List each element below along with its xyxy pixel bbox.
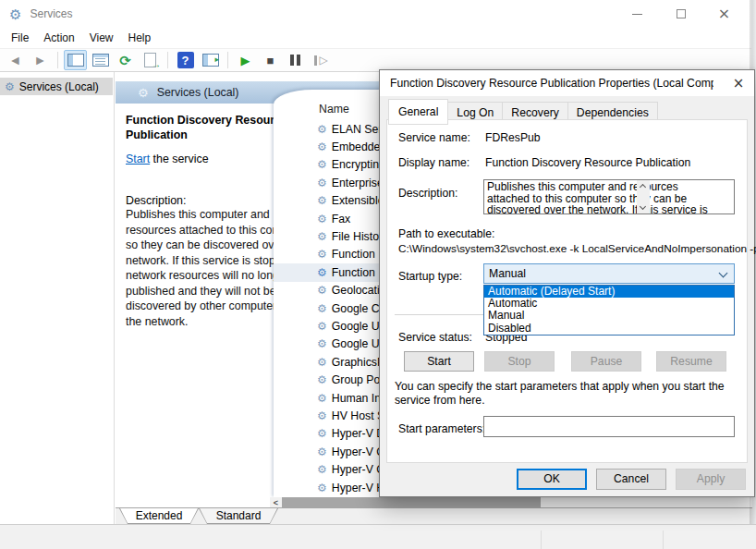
maximize-button[interactable] <box>659 0 702 28</box>
service-name: Group Po <box>332 373 381 386</box>
display-name-label: Display name: <box>398 156 469 169</box>
service-name: Hyper-V H <box>332 482 384 494</box>
tree-item-services-local[interactable]: ⚙ Services (Local) <box>0 78 113 95</box>
cancel-button[interactable]: Cancel <box>596 469 666 490</box>
start-button[interactable]: Start <box>404 351 474 372</box>
service-gear-icon: ⚙ <box>317 338 327 349</box>
start-parameters-label: Start parameters: <box>398 422 485 435</box>
restart-service-icon[interactable]: ▷ <box>309 50 332 70</box>
window-title: Services <box>30 7 72 20</box>
start-service-icon[interactable]: ▶ <box>234 50 257 70</box>
console-tree-panel: ⚙ Services (Local) <box>0 72 115 524</box>
view-tab-strip: ExtendedStandard <box>116 507 752 524</box>
service-name-label: Service name: <box>398 131 470 144</box>
extended-header-title: Services (Local) <box>157 86 239 99</box>
refresh-icon[interactable]: ⟳ <box>114 50 137 70</box>
dialog-tab-general[interactable]: General <box>388 99 448 125</box>
service-name: Google C <box>332 302 380 315</box>
general-tab-page: Service name: FDResPub Display name: Fun… <box>386 119 748 463</box>
export-list-icon[interactable] <box>139 50 162 70</box>
window-controls: × <box>616 0 746 28</box>
dialog-title: Function Discovery Resource Publication … <box>390 77 713 90</box>
path-label: Path to executable: <box>398 227 494 240</box>
scroll-up-icon[interactable] <box>640 184 646 190</box>
dialog-close-icon[interactable]: × <box>723 70 754 96</box>
service-gear-icon: ⚙ <box>317 393 327 404</box>
service-name: HV Host S <box>332 409 384 422</box>
ok-button[interactable]: OK <box>517 469 587 490</box>
view-tab-label: Extended <box>120 508 198 523</box>
close-icon: × <box>718 6 730 21</box>
service-gear-icon: ⚙ <box>317 464 327 475</box>
show-console-tree-icon[interactable] <box>64 50 87 70</box>
horizontal-scrollbar[interactable]: < <box>270 497 750 507</box>
scroll-down-icon[interactable] <box>640 203 646 210</box>
taskbar-divider <box>541 531 542 549</box>
view-tab-extended[interactable]: Extended <box>119 508 199 524</box>
dialog-description-label: Description: <box>398 187 457 200</box>
close-button[interactable]: × <box>702 0 746 28</box>
scroll-left-icon[interactable]: < <box>270 497 282 507</box>
service-gear-icon: ⚙ <box>317 410 327 421</box>
menu-view[interactable]: View <box>82 29 121 47</box>
chevron-down-icon <box>719 269 728 278</box>
dropdown-option[interactable]: Disabled <box>484 323 734 335</box>
service-gear-icon: ⚙ <box>317 267 327 278</box>
service-name: Hyper-V G <box>332 463 385 476</box>
service-gear-icon: ⚙ <box>317 446 327 458</box>
start-service-link[interactable]: Start <box>126 152 150 165</box>
dropdown-option[interactable]: Manual <box>484 310 734 322</box>
service-name: Fax <box>332 213 351 226</box>
start-link-suffix: the service <box>150 152 208 165</box>
apply-button: Apply <box>676 469 746 490</box>
dialog-titlebar[interactable]: Function Discovery Resource Publication … <box>380 70 754 96</box>
taskbar-divider <box>663 531 664 549</box>
minimize-icon <box>632 14 642 15</box>
service-gear-icon: ⚙ <box>317 195 327 206</box>
extended-view-icon[interactable] <box>199 50 222 70</box>
view-tab-label: Standard <box>200 508 277 523</box>
startup-type-label: Startup type: <box>398 270 462 283</box>
forward-icon[interactable]: ► <box>29 50 52 70</box>
services-gear-icon: ⚙ <box>5 81 15 92</box>
menu-file[interactable]: File <box>4 29 36 47</box>
services-gear-icon: ⚙ <box>138 87 149 99</box>
toolbar-separator <box>57 52 58 68</box>
service-gear-icon: ⚙ <box>317 159 327 170</box>
menu-action[interactable]: Action <box>36 29 81 47</box>
column-header-name[interactable]: Name <box>319 103 349 116</box>
service-gear-icon: ⚙ <box>317 321 327 332</box>
minimize-button[interactable] <box>616 0 659 28</box>
menu-help[interactable]: Help <box>121 29 159 47</box>
taskbar-strip <box>0 524 756 549</box>
start-parameters-note: You can specify the start parameters tha… <box>395 380 744 408</box>
service-name: Function <box>332 266 375 279</box>
description-scrollbar[interactable] <box>637 180 650 214</box>
service-name: Human In <box>332 392 381 405</box>
toolbar-separator <box>227 52 228 68</box>
service-gear-icon: ⚙ <box>317 249 327 260</box>
stop-service-icon[interactable]: ■ <box>259 50 282 70</box>
stop-button: Stop <box>484 351 555 372</box>
view-tab-standard[interactable]: Standard <box>199 508 278 524</box>
back-icon[interactable]: ◄ <box>4 50 27 70</box>
service-control-buttons: StartStopPauseResume <box>387 351 747 372</box>
service-name: Google U <box>332 337 380 350</box>
description-textbox[interactable]: Publishes this computer and resources at… <box>483 179 735 214</box>
start-parameters-input[interactable] <box>483 416 735 437</box>
properties-icon[interactable] <box>89 50 112 70</box>
window-titlebar[interactable]: ⚙ Services × <box>0 0 751 28</box>
startup-type-dropdown: Automatic (Delayed Start)AutomaticManual… <box>483 285 735 336</box>
scrollbar-thumb[interactable] <box>282 497 541 507</box>
startup-type-select[interactable]: Manual <box>483 263 735 284</box>
pause-service-icon[interactable] <box>284 50 307 70</box>
maximize-icon <box>677 9 686 18</box>
service-gear-icon: ⚙ <box>317 124 327 135</box>
service-gear-icon: ⚙ <box>317 357 327 368</box>
tree-item-label: Services (Local) <box>19 80 99 93</box>
service-name: File Histor <box>332 230 383 243</box>
service-name: Hyper-V D <box>332 427 384 440</box>
service-properties-dialog: Function Discovery Resource Publication … <box>379 69 755 497</box>
help-icon[interactable] <box>174 50 197 70</box>
service-name-value: FDResPub <box>485 131 541 144</box>
